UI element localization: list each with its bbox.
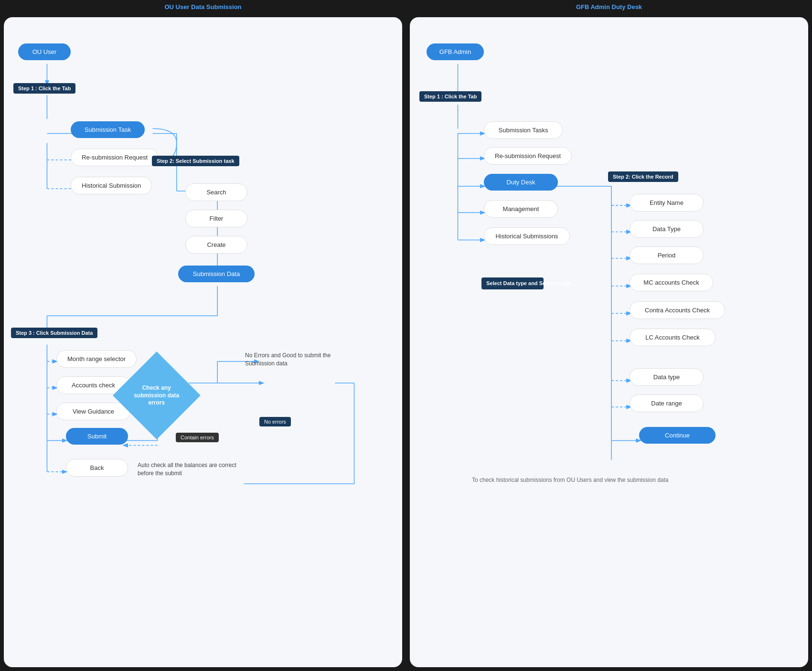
- period-field[interactable]: Period: [630, 246, 704, 264]
- duty-desk-node[interactable]: Duty Desk: [484, 174, 558, 191]
- historical-submission-node[interactable]: Historical Submission: [71, 177, 152, 194]
- contra-accounts-field[interactable]: Contra Accounts Check: [630, 301, 725, 319]
- data-type-second-field[interactable]: Data type: [630, 368, 704, 386]
- mc-accounts-field[interactable]: MC accounts Check: [630, 274, 713, 291]
- step1-label-right: Step 1 : Click the Tab: [419, 91, 481, 102]
- left-panel: OU User Step 1 : Click the Tab Submissio…: [4, 17, 402, 667]
- step2-label-right: Step 2: Click the Record: [608, 171, 678, 182]
- search-node[interactable]: Search: [185, 183, 247, 201]
- submission-tasks-right[interactable]: Submission Tasks: [484, 121, 563, 139]
- resubmission-request-node[interactable]: Re-submission Request: [71, 149, 159, 166]
- right-panel: GFB Admin Step 1 : Click the Tab Submiss…: [410, 17, 808, 667]
- filter-node[interactable]: Filter: [185, 210, 247, 227]
- check-errors-diamond: Check any submission data errors: [126, 364, 188, 426]
- management-node[interactable]: Management: [484, 200, 558, 218]
- date-range-field[interactable]: Date range: [630, 394, 704, 412]
- step3-label-left: Step 3 : Click Submission Data: [11, 328, 97, 338]
- submission-task-node[interactable]: Submission Task: [71, 121, 145, 138]
- gfb-admin-node: GFB Admin: [427, 43, 484, 60]
- entity-name-field[interactable]: Entity Name: [630, 194, 704, 212]
- ou-user-node: OU User: [18, 43, 71, 60]
- right-panel-title: GFB Admin Duty Desk: [406, 0, 812, 13]
- back-button[interactable]: Back: [66, 459, 128, 477]
- submission-data-node[interactable]: Submission Data: [178, 266, 255, 282]
- step1-label-left: Step 1 : Click the Tab: [13, 83, 75, 94]
- submit-button[interactable]: Submit: [66, 428, 128, 445]
- left-panel-title: OU User Data Submission: [0, 0, 406, 13]
- step2-label-left: Step 2: Select Submission task: [152, 156, 239, 166]
- select-data-type-label: Select Data type and Select range: [481, 277, 544, 289]
- create-node[interactable]: Create: [185, 236, 247, 254]
- month-range-node[interactable]: Month range selector: [56, 350, 137, 368]
- continue-button[interactable]: Continue: [639, 427, 716, 444]
- no-errors-note: No Errors and Good to submit the Submiss…: [245, 351, 341, 368]
- auto-check-note: Auto check all the balances are correct …: [138, 461, 238, 478]
- view-guidance-node[interactable]: View Guidance: [56, 403, 130, 420]
- resubmission-right[interactable]: Re-submission Request: [484, 147, 572, 165]
- right-panel-footer: To check historical submissions from OU …: [472, 476, 669, 484]
- no-errors-badge: No errors: [259, 417, 291, 426]
- lc-accounts-field[interactable]: LC Accounts Check: [630, 329, 716, 346]
- historical-submissions-right[interactable]: Historical Submissions: [484, 227, 570, 245]
- data-type-field[interactable]: Data Type: [630, 220, 704, 238]
- contain-errors-badge: Contain errors: [176, 433, 219, 442]
